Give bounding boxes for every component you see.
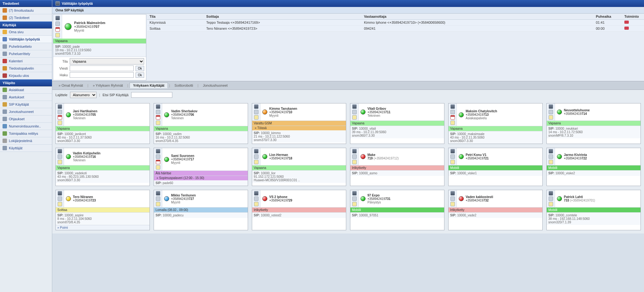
edit-icon[interactable] [352, 115, 357, 120]
mobile-icon[interactable] [58, 154, 62, 159]
sidebar-item[interactable]: Käyttäjät [0, 145, 52, 152]
mobile-icon[interactable] [450, 154, 455, 159]
mobile-icon[interactable] [450, 196, 455, 201]
mobile-icon[interactable] [156, 110, 160, 114]
phone-icon[interactable] [55, 16, 60, 20]
sidebar-item[interactable]: Kalenteri [0, 58, 52, 65]
tab[interactable]: » Omat Ryhmät [55, 83, 86, 88]
sidebar-item[interactable]: Kirjaudu ulos [0, 72, 52, 79]
edit-icon[interactable] [58, 202, 62, 206]
phone-icon[interactable] [254, 191, 258, 196]
mobile-icon[interactable] [352, 196, 357, 201]
poimi-link[interactable]: » Poimi [56, 225, 150, 230]
user-card[interactable]: Kimmo Tanskanen+358942419710MyyntiVaratt… [252, 103, 346, 144]
sidebar-item[interactable]: Asiakkaat [0, 86, 52, 94]
edit-icon[interactable] [55, 33, 60, 37]
call-row[interactable]: SoittaaTero Niiranen <+358942419723>0942… [147, 26, 644, 32]
edit-icon[interactable] [58, 121, 62, 125]
user-card[interactable]: Patrick Lahti733 (+358942419701)MobiiliS… [546, 190, 641, 230]
mobile-icon[interactable] [549, 196, 553, 201]
tab[interactable]: Jonotushuoneet [200, 83, 231, 88]
cal-icon[interactable] [156, 160, 160, 164]
edit-icon[interactable] [352, 160, 357, 164]
tila-select[interactable]: Vapaana [70, 58, 144, 65]
mobile-icon[interactable] [549, 154, 553, 159]
phone-icon[interactable] [450, 191, 455, 196]
phone-icon[interactable] [549, 104, 553, 109]
etsi-input[interactable] [131, 92, 172, 98]
edit-icon[interactable] [352, 202, 357, 206]
user-card[interactable]: Petri Konu V1+358942419721MobiiliSIP: 10… [448, 148, 543, 186]
sidebar-item[interactable]: Tiedostopalvelin [0, 65, 52, 72]
edit-icon[interactable] [58, 160, 62, 164]
cal-icon[interactable] [156, 115, 160, 120]
call-action-icon[interactable] [624, 27, 629, 30]
lajittele-select[interactable]: Alanumero [70, 92, 97, 98]
edit-icon[interactable] [549, 160, 553, 164]
sidebar-item[interactable]: Puhelueríttely [0, 50, 52, 58]
phone-icon[interactable] [58, 104, 62, 109]
user-card[interactable]: Jani Hartikainen+358942419705TekninenVap… [55, 103, 150, 144]
sidebar-item[interactable]: Ohjaukset [0, 115, 52, 123]
mobile-icon[interactable] [549, 110, 553, 114]
mobile-icon[interactable] [156, 154, 160, 159]
cal-icon[interactable] [450, 115, 455, 120]
cal-icon[interactable] [58, 115, 62, 120]
user-card[interactable]: Make719 (+358942419712)IrtikytkettySIP: … [350, 148, 444, 186]
phone-icon[interactable] [254, 104, 258, 109]
mobile-icon[interactable] [254, 196, 258, 201]
user-card[interactable]: Neuvotteluhuone+358942419714VapaanaSIP: … [546, 103, 641, 144]
sidebar-item[interactable]: (2) Tiedotteet [0, 14, 52, 22]
call-action-icon[interactable] [624, 21, 629, 24]
user-card[interactable]: Lior-Herman+358942419718VapaanaSIP: 1000… [252, 148, 346, 186]
edit-icon[interactable] [549, 202, 553, 206]
calendar-icon[interactable] [55, 27, 60, 32]
phone-icon[interactable] [352, 191, 357, 196]
viesti-input[interactable] [70, 65, 134, 71]
sidebar-item[interactable]: Puhelinluettelo [0, 43, 52, 50]
user-card[interactable]: 97 Expo+358942419731PäivystysMobiiliSIP:… [350, 190, 444, 230]
viesti-ok-button[interactable]: Ok [136, 66, 144, 71]
tab[interactable]: Soittorobotti [171, 83, 196, 88]
user-card[interactable]: VS 2 Iphone+358942419729IrtikytkettySIP:… [252, 190, 346, 230]
user-card[interactable]: Jarmo Kivirinta+358942419722MobiiliSIP: … [546, 148, 641, 186]
user-card[interactable]: Tero Niiranen+358942419723SoittaaSIP: 10… [55, 190, 150, 230]
phone-icon[interactable] [352, 149, 357, 153]
edit-icon[interactable] [549, 115, 553, 120]
phone-icon[interactable] [58, 191, 62, 196]
edit-icon[interactable] [450, 202, 455, 206]
mobile-icon[interactable] [352, 154, 357, 159]
sidebar-item[interactable]: Jonotushuoneet [0, 108, 52, 115]
mobile-icon[interactable] [450, 110, 455, 114]
phone-icon[interactable] [254, 149, 258, 153]
sidebar-item[interactable]: Oma sivu [0, 28, 52, 36]
mobile-icon[interactable] [156, 196, 160, 201]
phone-icon[interactable] [156, 191, 160, 196]
edit-icon[interactable] [450, 160, 455, 164]
phone-icon[interactable] [156, 104, 160, 109]
phone-icon[interactable] [549, 191, 553, 196]
mobile-icon[interactable] [254, 154, 258, 159]
user-card[interactable]: Mikko Tenhunen+358942419727MyyntiLomalla… [154, 190, 248, 230]
mobile-icon[interactable] [254, 110, 258, 114]
sidebar-item[interactable]: Asetukset [0, 94, 52, 101]
mobile-icon[interactable] [58, 196, 62, 201]
phone-icon[interactable] [156, 149, 160, 153]
user-card[interactable]: Vadim Sherbakov+358942419706TekninenVapa… [154, 103, 248, 144]
tab[interactable]: Yrityksen Käyttäjät [130, 83, 168, 88]
user-card[interactable]: Sami Suuronen+358942419717MyyntiÄlä häir… [154, 148, 248, 186]
sidebar-item[interactable]: (7) Ilmoitustaulu [0, 7, 52, 14]
phone-icon[interactable] [352, 104, 357, 109]
edit-icon[interactable] [156, 121, 160, 125]
edit-icon[interactable] [156, 165, 160, 170]
phone-icon[interactable] [549, 149, 553, 153]
phone-icon[interactable] [58, 149, 62, 153]
sidebar-item[interactable]: Numerointisuunnite.. [0, 123, 52, 130]
sidebar-item[interactable]: Toimipaikka reititys [0, 130, 52, 137]
mobile-icon[interactable] [352, 110, 357, 114]
sidebar-item[interactable]: SIP Käyttäjät [0, 101, 52, 108]
user-card[interactable]: Vaden kakkostesti+358942419732Irtikytket… [448, 190, 543, 230]
haku-input[interactable] [70, 72, 134, 78]
tab[interactable]: » Yrityksen Ryhmät [90, 83, 126, 88]
user-card[interactable]: Maksim Chatylovitch+358942419713Asiakasp… [448, 103, 543, 144]
